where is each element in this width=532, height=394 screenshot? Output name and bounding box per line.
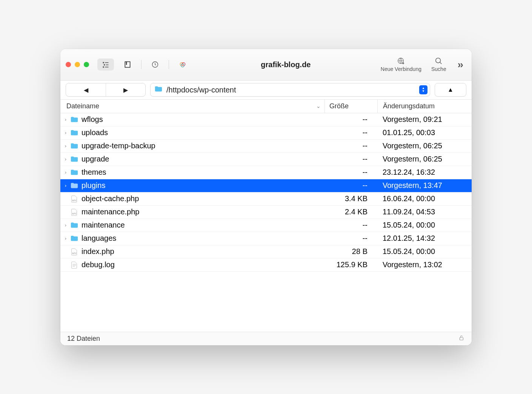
folder-icon [69, 182, 79, 190]
file-row[interactable]: ›uploads--01.01.25, 00:03 [60, 126, 472, 140]
svg-rect-0 [103, 62, 104, 63]
path-field[interactable]: /httpdocs/wp-content ▲▼ [150, 83, 430, 97]
file-row[interactable]: ›upgrade-temp-backup--Vorgestern, 06:25 [60, 140, 472, 153]
file-name: maintenance [79, 221, 324, 229]
folder-icon [69, 168, 79, 177]
file-size: -- [324, 234, 377, 243]
folder-icon [69, 234, 79, 243]
window-controls [66, 62, 89, 67]
file-icon [69, 261, 79, 269]
disclosure-triangle-icon[interactable]: › [62, 183, 69, 188]
new-connection-button[interactable]: Neue Verbindung [381, 57, 421, 72]
folder-icon [69, 221, 79, 229]
close-window-button[interactable] [66, 62, 71, 67]
column-header-date[interactable]: Änderungsdatum [377, 100, 472, 113]
file-name: upgrade-temp-backup [79, 142, 324, 150]
lock-icon [458, 334, 465, 343]
file-row[interactable]: ›wflogs--Vorgestern, 09:21 [60, 113, 472, 126]
file-row[interactable]: ›languages--12.01.25, 14:32 [60, 232, 472, 245]
file-name: maintenance.php [79, 208, 324, 216]
bookmark-icon [124, 61, 131, 68]
go-up-button[interactable]: ▲ [435, 83, 466, 97]
file-date: 15.05.24, 00:00 [377, 221, 472, 229]
outline-view-icon [102, 61, 109, 68]
disclosure-triangle-icon[interactable]: › [62, 130, 69, 135]
toolbar-right: Neue Verbindung Suche ›› [381, 57, 464, 72]
search-button[interactable]: Suche [431, 57, 446, 72]
file-size: -- [324, 181, 377, 190]
file-name: object-cache.php [79, 194, 324, 203]
disclosure-triangle-icon[interactable]: › [62, 222, 69, 228]
toolbar-left [97, 58, 191, 71]
app-window: grafik-blog.de Neue Verbindung Suche ›› … [60, 49, 472, 345]
file-row[interactable]: srcmaintenance.php2.4 KB11.09.24, 04:53 [60, 206, 472, 219]
folder-icon [69, 129, 79, 137]
file-date: 11.09.24, 04:53 [377, 208, 472, 216]
file-row[interactable]: srcobject-cache.php3.4 KB16.06.24, 00:00 [60, 192, 472, 206]
search-icon [435, 57, 443, 65]
zoom-window-button[interactable] [84, 62, 89, 67]
column-header-size[interactable]: Größe [324, 100, 377, 113]
clock-icon [151, 61, 159, 68]
file-list[interactable]: ›wflogs--Vorgestern, 09:21›uploads--01.0… [60, 113, 472, 332]
disclosure-triangle-icon[interactable]: › [62, 117, 69, 122]
nav-segment: ◀ ▶ [66, 83, 146, 97]
file-name: wflogs [79, 115, 324, 124]
app-logo-button[interactable] [174, 58, 191, 71]
back-button[interactable]: ◀ [66, 83, 106, 96]
more-toolbar-button[interactable]: ›› [456, 59, 464, 71]
column-date-label: Änderungsdatum [383, 102, 435, 110]
folder-icon [69, 115, 79, 124]
svg-rect-7 [126, 62, 127, 65]
titlebar: grafik-blog.de Neue Verbindung Suche ›› [60, 49, 472, 81]
file-row[interactable]: debug.log125.9 KBVorgestern, 13:02 [60, 259, 472, 272]
file-name: themes [79, 168, 324, 177]
file-size: 2.4 KB [324, 208, 377, 216]
window-title: grafik-blog.de [191, 60, 381, 69]
file-name: upgrade [79, 155, 324, 163]
file-size: -- [324, 155, 377, 163]
new-connection-label: Neue Verbindung [381, 66, 421, 72]
folder-icon [69, 155, 79, 163]
svg-point-13 [436, 58, 441, 63]
svg-rect-6 [125, 62, 130, 68]
svg-rect-1 [105, 62, 108, 63]
minimize-window-button[interactable] [75, 62, 80, 67]
disclosure-triangle-icon[interactable]: › [62, 169, 69, 175]
history-button[interactable] [147, 58, 163, 71]
disclosure-triangle-icon[interactable]: › [62, 156, 69, 162]
file-date: Vorgestern, 06:25 [377, 155, 472, 163]
file-size: -- [324, 221, 377, 229]
status-bar: 12 Dateien [60, 332, 472, 345]
svg-text:src: src [72, 212, 77, 215]
disclosure-triangle-icon[interactable]: › [62, 235, 69, 241]
path-dropdown[interactable]: ▲▼ [419, 85, 427, 94]
forward-button[interactable]: ▶ [106, 83, 145, 96]
svg-rect-2 [104, 64, 105, 65]
file-row[interactable]: ›plugins--Vorgestern, 13:47 [60, 179, 472, 192]
file-row[interactable]: ›maintenance--15.05.24, 00:00 [60, 219, 472, 232]
file-size: -- [324, 168, 377, 177]
separator [169, 60, 169, 69]
folder-icon [69, 142, 79, 150]
file-size: -- [324, 142, 377, 150]
file-name: debug.log [79, 260, 324, 269]
sort-indicator-icon: ⌄ [316, 103, 321, 109]
globe-plus-icon [397, 57, 405, 65]
svg-text:src: src [72, 199, 77, 202]
file-row[interactable]: ›upgrade--Vorgestern, 06:25 [60, 153, 472, 166]
browser-view-button[interactable] [97, 58, 114, 71]
file-row[interactable]: ›themes--23.12.24, 16:32 [60, 166, 472, 179]
column-name-label: Dateiname [66, 102, 99, 110]
file-row[interactable]: srcindex.php28 B15.05.24, 00:00 [60, 245, 472, 259]
column-size-label: Größe [329, 102, 349, 110]
column-header-name[interactable]: Dateiname ⌄ [66, 102, 324, 110]
status-text: 12 Dateien [67, 335, 100, 343]
file-name: index.php [79, 247, 324, 256]
file-size: -- [324, 128, 377, 137]
path-bar: ◀ ▶ /httpdocs/wp-content ▲▼ ▲ [60, 81, 472, 100]
disclosure-triangle-icon[interactable]: › [62, 143, 69, 149]
folder-icon [154, 85, 163, 95]
bookmarks-button[interactable] [119, 58, 136, 71]
svg-text:src: src [72, 252, 77, 255]
